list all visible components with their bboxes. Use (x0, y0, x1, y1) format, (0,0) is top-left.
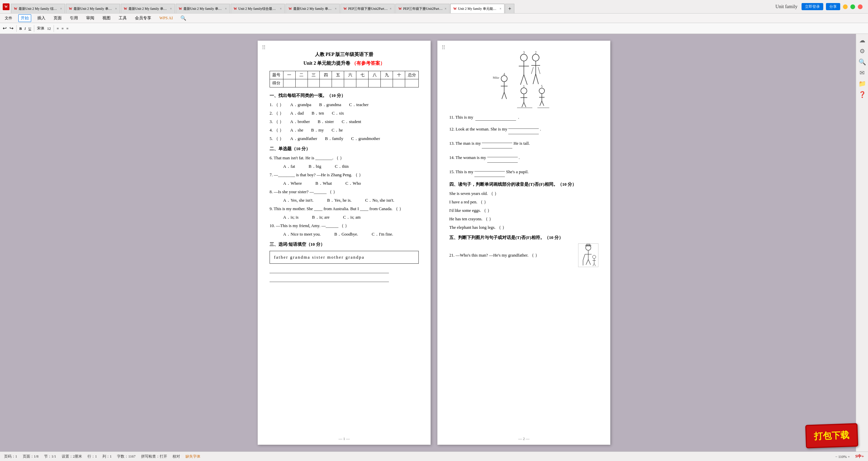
q11: 11. This is my . (449, 114, 598, 121)
q10: 10. —This is my friend, Amy. —______ （ ） (270, 222, 419, 229)
tab-close-7[interactable]: × (390, 7, 392, 11)
ribbon-menu-member[interactable]: 会员专享 (133, 15, 153, 22)
ribbon-ai-label[interactable]: WPS AI (157, 15, 175, 21)
tab-4[interactable]: W 最新Unit 2 My family 单元专题复习 × (176, 4, 230, 13)
q7-options: A．Where B．What C．Who (283, 180, 419, 187)
ribbon-menu-review[interactable]: 审阅 (84, 15, 96, 22)
ribbon-menu-file[interactable]: 文件 (3, 15, 14, 21)
share-button[interactable]: 分享 (826, 3, 840, 10)
drag-handle-left: ⠿ (262, 43, 266, 52)
sidebar-folder-icon[interactable]: 📁 (859, 80, 866, 87)
content-area: ⠿ 人教 PEP 版三年级英语下册 Unit 2 单元能力提升卷 （有参考答案）… (0, 34, 868, 452)
tab-close-3[interactable]: × (170, 7, 172, 11)
maximize-button[interactable] (850, 4, 855, 9)
ribbon-menu-start[interactable]: 开始 (18, 14, 31, 22)
tab-close-4[interactable]: × (225, 7, 227, 11)
q14-num: 14. (449, 155, 456, 160)
fill-lines-area (270, 266, 419, 282)
toolbar-redo-icon[interactable]: ↪ (9, 25, 14, 31)
section4-heading: 四、读句子，判断单词画线部分的读音是(T)否(F)相同。（10 分） (449, 181, 598, 188)
close-button[interactable] (858, 4, 863, 9)
tab-close-5[interactable]: × (280, 7, 282, 11)
tab-7[interactable]: W PEP三年级下册Unit2PartB双减分层 × (340, 4, 395, 13)
q16: She is seven years old. （ ） (449, 190, 598, 197)
ribbon-menu-page[interactable]: 页面 (52, 15, 64, 22)
drag-handle-right: ⠿ (441, 43, 446, 52)
q12-period: . (540, 127, 541, 132)
score-cell-5: 五 (332, 71, 344, 79)
tab-close-6[interactable]: × (335, 7, 337, 11)
tab-6[interactable]: W 最新Unit 2 My family 单元专题复习… × (285, 4, 340, 13)
svg-line-32 (542, 101, 544, 106)
status-zoom[interactable]: − 110% + (835, 455, 850, 459)
q11-fill-line (475, 116, 516, 121)
status-wps-icon: S中+ (855, 454, 864, 459)
svg-line-41 (588, 259, 591, 264)
q21-figure-svg (578, 243, 598, 267)
tab-close-9[interactable]: × (499, 7, 501, 11)
q9: 9. This is my mother. She ____ from Aust… (270, 205, 419, 212)
q1-num: 1. (270, 102, 273, 107)
toolbar-align-center-icon[interactable]: ≡ (61, 26, 63, 31)
toolbar-bold-icon[interactable]: B (19, 26, 22, 31)
search-icon[interactable]: 🔍 (180, 15, 186, 21)
tab-8[interactable]: W PEP三年级下册Unit2PartA双减分层 × (395, 4, 450, 13)
score-cell-3: 三 (308, 71, 320, 79)
svg-line-48 (594, 263, 595, 266)
score-row-label: 得分 (270, 79, 283, 87)
minimize-button[interactable] (843, 4, 848, 9)
toolbar-align-right-icon[interactable]: ≡ (66, 26, 68, 31)
sidebar-gear-icon[interactable]: ⚙ (860, 47, 865, 55)
tab-close-1[interactable]: × (60, 7, 62, 11)
tab-3[interactable]: W 最新Unit 2 My family 单元基础达标卷 × (121, 4, 175, 13)
q2-b: B．ten (312, 111, 324, 116)
sidebar-search-icon[interactable]: 🔍 (859, 58, 866, 66)
status-row: 行：1 (87, 454, 97, 459)
toolbar-italic-icon[interactable]: I (24, 26, 26, 31)
tab-close-2[interactable]: × (115, 7, 117, 11)
tab-5[interactable]: W Unit 2 My family综合最优评价试卷 × (231, 4, 285, 13)
toolbar-align-left-icon[interactable]: ≡ (57, 26, 59, 31)
tab-wps-icon-3: W (124, 7, 127, 11)
score-cell-10: 十 (393, 71, 405, 79)
ribbon-menu-view[interactable]: 视图 (100, 15, 113, 22)
tab-new[interactable]: + (505, 4, 514, 13)
q21-content: 21. —Who's this man? —He's my grandfathe… (449, 252, 539, 259)
ribbon-menu-insert[interactable]: 插入 (35, 15, 47, 22)
q12-fill-lines (508, 124, 539, 135)
toolbar-undo-icon[interactable]: ↩ (3, 25, 7, 31)
sidebar-help-icon[interactable]: ❓ (859, 91, 866, 98)
download-button[interactable]: 打包下载 (805, 423, 858, 448)
tab-2[interactable]: W 最新Unit 2 My family 单元专题复二 × (66, 4, 120, 13)
toolbar-sep-1 (16, 25, 17, 32)
tab-wps-icon-1: W (14, 7, 17, 11)
tab-close-8[interactable]: × (445, 7, 447, 11)
tab-1[interactable]: W 最新Unit 2 My family 综合最质达标 × (11, 4, 65, 13)
q11-period: . (518, 115, 519, 120)
q3-num: 3. (270, 119, 273, 124)
q15: 15. This is my She's a pupil. (449, 167, 598, 178)
zoom-out-icon[interactable]: − (835, 455, 837, 459)
zoom-in-icon[interactable]: + (848, 455, 850, 459)
sidebar-mail-icon[interactable]: ✉ (860, 69, 865, 77)
status-font-warning: 缺失字体 (185, 454, 200, 459)
ribbon-menu-tools[interactable]: 工具 (117, 15, 129, 22)
tab-wps-icon-8: W (398, 7, 402, 11)
score-val-10 (393, 79, 405, 87)
score-cell-total: 总分 (405, 71, 419, 79)
q21: 21. —Who's this man? —He's my grandfathe… (449, 243, 598, 267)
toolbar-underline-icon[interactable]: U (28, 26, 31, 31)
q8-num: 8. (270, 189, 273, 194)
tab-9-active[interactable]: W Unit 2 My family 单元能力综合… × (450, 4, 505, 13)
score-table-value-row: 得分 (270, 79, 419, 87)
subtitle-red: （有参考答案） (352, 61, 385, 66)
q1-a: A．grandpa (290, 102, 311, 107)
sidebar-cloud-icon[interactable]: ☁ (859, 37, 865, 44)
status-proofread[interactable]: 校对 (173, 454, 180, 459)
q10-num: 10. (270, 223, 275, 228)
ribbon-menu-ref[interactable]: 引用 (68, 15, 80, 22)
svg-line-13 (538, 67, 540, 74)
score-cell-8: 八 (369, 71, 381, 79)
status-bar: 页码：1 页面：1/8 节：1/1 设置：2厘米 行：1 列：1 字数：1167… (0, 452, 868, 461)
login-button[interactable]: 立即登录 (802, 3, 823, 10)
